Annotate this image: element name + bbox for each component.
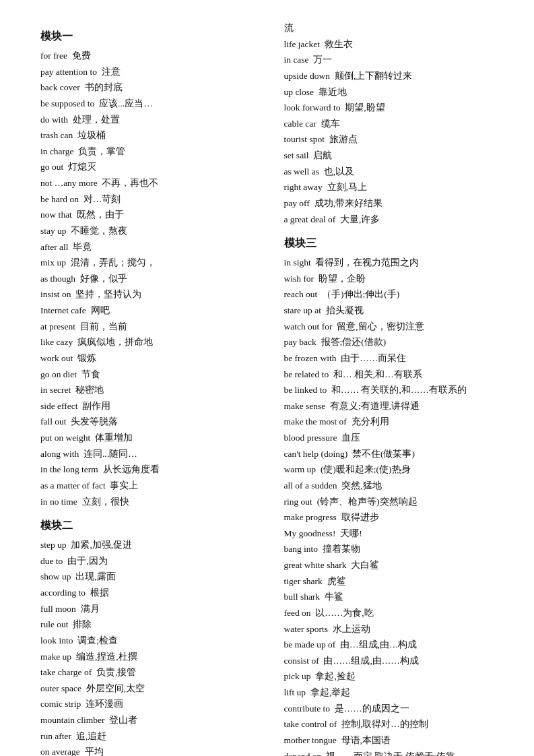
list-item: step up 加紧,加强,促进 [40,537,264,553]
list-item: put on weight 体重增加 [40,430,264,446]
list-item: insist on 坚持，坚持认为 [40,286,264,303]
list-item: full moon 满月 [40,601,264,617]
list-item: pay attention to 注意 [40,64,264,80]
list-item: according to 根据 [40,585,264,601]
list-item: be frozen with 由于……而呆住 [284,350,508,367]
list-item: upside down 颠倒,上下翻转过来 [284,68,508,84]
list-item: a great deal of 大量,许多 [284,212,508,228]
list-item: show up 出现,露面 [40,569,264,585]
list-item: as well as 也,以及 [284,164,508,180]
list-item: outer space 外层空间,太空 [40,681,264,697]
list-item: reach out （手)伸出;伸出(手) [284,286,508,303]
list-item: take charge of 负责,接管 [40,664,264,681]
list-item: make progress 取得进步 [284,509,508,526]
list-item: not …any more 不再，再也不 [40,175,264,191]
list-item: as a matter of fact 事实上 [40,478,264,494]
list-item: fall out 头发等脱落 [40,414,264,430]
list-item: 流 [284,20,508,36]
list-item: be linked to 和…… 有关联的,和……有联系的 [284,382,508,398]
list-item: back cover 书的封底 [40,80,264,96]
list-item: mother tongue 母语,本国语 [284,732,508,749]
list-item: on average 平均 [40,744,264,756]
list-item: go out 灯熄灭 [40,159,264,175]
list-item: water sports 水上运动 [284,621,508,637]
list-item: in sight 看得到，在视力范围之内 [284,255,508,271]
list-item: for free 免费 [40,48,264,64]
list-item: watch out for 留意,留心，密切注意 [284,319,508,335]
left-column: 模块一 for free 免费pay attention to 注意back c… [40,20,264,756]
list-item: be hard on 对…苛刻 [40,191,264,208]
list-item: bull shark 牛鲨 [284,589,508,605]
module2-continued-entries: 流life jacket 救生衣in case 万一upside down 颠倒… [284,20,508,227]
list-item: side effect 副作用 [40,398,264,414]
module1-entries: for free 免费pay attention to 注意back cover… [40,48,264,509]
list-item: all of a sudden 突然,猛地 [284,478,508,494]
module3-title: 模块三 [284,237,508,251]
list-item: go on diet 节食 [40,367,264,383]
list-item: up close 靠近地 [284,84,508,100]
list-item: pay back 报答;偿还(借款) [284,334,508,350]
list-item: mix up 混清，弄乱；搅匀， [40,255,264,271]
module2-entries: step up 加紧,加强,促进due to 由于,因为show up 出现,露… [40,537,264,756]
list-item: pick up 拿起,捡起 [284,668,508,685]
list-item: in case 万一 [284,52,508,68]
list-item: trash can 垃圾桶 [40,127,264,144]
list-item: work out 锻炼 [40,350,264,367]
list-item: do with 处理，处置 [40,112,264,128]
list-item: as though 好像，似乎 [40,271,264,287]
list-item: consist of 由……组成,由……构成 [284,653,508,669]
list-item: at present 目前，当前 [40,319,264,335]
list-item: cable car 缆车 [284,116,508,132]
list-item: make the most of 充分利用 [284,414,508,430]
module3-entries: in sight 看得到，在视力范围之内wish for 盼望，企盼reach … [284,255,508,756]
list-item: blood pressure 血压 [284,430,508,446]
list-item: lift up 拿起,举起 [284,685,508,701]
list-item: in the long term 从长远角度看 [40,462,264,478]
list-item: bang into 撞着某物 [284,541,508,557]
list-item: be made up of 由…组成,由…构成 [284,637,508,653]
list-item: in no time 立刻，很快 [40,494,264,510]
list-item: warm up (使)暖和起来;(使)热身 [284,462,508,478]
list-item: now that 既然，由于 [40,207,264,223]
list-item: in secret 秘密地 [40,382,264,398]
list-item: be related to 和… 相关,和…有联系 [284,367,508,383]
list-item: ring out (铃声、枪声等)突然响起 [284,494,508,510]
module1-title: 模块一 [40,30,264,44]
list-item: contribute to 是……的成因之一 [284,701,508,717]
list-item: run after 追,追赶 [40,728,264,745]
list-item: look into 调查;检查 [40,633,264,649]
list-item: right away 立刻,马上 [284,179,508,195]
list-item: be supposed to 应该...应当… [40,96,264,112]
list-item: can't help (doing) 禁不住(做某事) [284,446,508,462]
list-item: in charge 负责，掌管 [40,144,264,160]
list-item: Internet cafe 网吧 [40,303,264,319]
list-item: set sail 启航 [284,148,508,164]
list-item: mountain climber 登山者 [40,712,264,728]
list-item: make up 编造,捏造,杜撰 [40,649,264,665]
list-item: My goodness! 天哪! [284,526,508,542]
list-item: stay up 不睡觉，熬夜 [40,223,264,239]
list-item: stare up at 抬头凝视 [284,303,508,319]
page-content: 模块一 for free 免费pay attention to 注意back c… [40,20,507,756]
list-item: comic strip 连环漫画 [40,696,264,712]
list-item: look forward to 期望,盼望 [284,100,508,116]
list-item: due to 由于,因为 [40,553,264,569]
list-item: take control of 控制,取得对…的控制 [284,716,508,732]
list-item: along with 连同...随同… [40,446,264,462]
module2-title: 模块二 [40,519,264,533]
list-item: great white shark 大白鲨 [284,557,508,573]
list-item: rule out 排除 [40,617,264,633]
list-item: tourist spot 旅游点 [284,131,508,148]
list-item: feed on 以……为食,吃 [284,605,508,621]
list-item: pay off 成功,带来好结果 [284,195,508,212]
list-item: depend on 视……而定,取决于,依赖于;依靠 [284,749,508,757]
list-item: tiger shark 虎鲨 [284,573,508,590]
list-item: after all 毕竟 [40,239,264,255]
list-item: like cazy 疯疯似地，拼命地 [40,334,264,350]
right-column: 流life jacket 救生衣in case 万一upside down 颠倒… [284,20,508,756]
list-item: life jacket 救生衣 [284,36,508,53]
list-item: wish for 盼望，企盼 [284,271,508,287]
list-item: make sense 有意义;有道理,讲得通 [284,398,508,414]
